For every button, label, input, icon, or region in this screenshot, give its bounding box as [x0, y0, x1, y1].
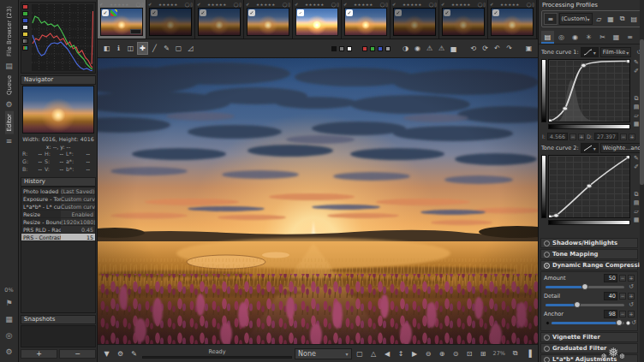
output-minus-button[interactable]: −: [620, 134, 627, 140]
queue-icon[interactable]: ⚙: [5, 100, 12, 109]
anchor-plus-button[interactable]: +: [628, 311, 635, 317]
navigator-thumbnail[interactable]: [22, 86, 94, 134]
copy-profile-icon[interactable]: ⧉: [617, 14, 628, 25]
edit-profile-icon[interactable]: ✐: [197, 2, 200, 7]
zoom-out-icon[interactable]: ⊖: [423, 347, 434, 360]
filmstrip-thumbnail[interactable]: ✐★★★★★◯▯ ✓: [195, 0, 244, 39]
tone-curve-2-editor[interactable]: ✎ ✐ ⧉ ▤ ▱ ▦: [541, 155, 641, 227]
channel-red-swatch[interactable]: [362, 46, 367, 51]
filmstrip-thumbnail[interactable]: ✐★★★★★◯▯ ✓: [488, 0, 537, 39]
output-value-field[interactable]: 27.397: [594, 133, 618, 140]
detail-value-field[interactable]: 40: [604, 292, 617, 300]
preferences-gear-icon[interactable]: ⚙: [5, 347, 12, 356]
snapshots-list[interactable]: [21, 325, 96, 347]
curve-mode-2-select[interactable]: Weighte...andard▾: [600, 143, 644, 153]
power-icon[interactable]: [544, 263, 550, 269]
color-label-icon[interactable]: ◯: [429, 2, 434, 7]
anchor-slider[interactable]: ↺: [552, 319, 624, 327]
reset-amount-icon[interactable]: ↺: [629, 283, 634, 290]
before-after-icon[interactable]: ◫: [125, 42, 136, 55]
history-row[interactable]: Photo loaded(Last Saved): [21, 187, 95, 195]
color-label-icon[interactable]: ◯: [527, 2, 532, 7]
tab-exposure-icon[interactable]: ▤: [541, 31, 554, 44]
power-icon[interactable]: [544, 357, 550, 362]
undo-icon[interactable]: ⟲: [468, 42, 479, 55]
histogram-luma-toggle[interactable]: [22, 25, 28, 30]
bg-color-black-swatch[interactable]: [331, 46, 337, 51]
history-row[interactable]: L*a*b* - L* curveCustom curve: [21, 203, 95, 211]
stamp-icon[interactable]: ▣: [523, 42, 534, 55]
color-label-icon[interactable]: ◯: [478, 2, 483, 7]
rating-stars[interactable]: ★★★★★: [348, 3, 379, 7]
straighten-tool-icon[interactable]: ╱: [149, 42, 160, 55]
edit-profile-icon[interactable]: ✐: [343, 2, 347, 7]
filmstrip-thumbnail-selected[interactable]: ✐★★★★★◯▯ ✓: [98, 0, 146, 39]
previous-image-icon[interactable]: ◀: [382, 347, 393, 360]
filmstrip-thumbnail[interactable]: ✐★★★★★◯▯ ✓: [342, 0, 391, 39]
detail-slider[interactable]: ↺: [546, 301, 624, 309]
soft-proofing-icon[interactable]: ▢: [355, 347, 366, 360]
image-navigation-icon[interactable]: ↕: [396, 347, 407, 360]
tab-detail-icon[interactable]: ◎: [555, 31, 568, 44]
paste-profile-icon[interactable]: ▤: [629, 14, 639, 25]
histogram-bar-toggle[interactable]: [22, 45, 28, 50]
power-icon[interactable]: [544, 252, 550, 258]
flag-icon[interactable]: ⚑: [5, 299, 12, 307]
trash-icon[interactable]: ▯: [288, 2, 290, 7]
histogram-red-toggle[interactable]: [22, 4, 28, 9]
channel-green-swatch[interactable]: [370, 46, 375, 51]
save-curve-icon[interactable]: ▦: [634, 121, 640, 129]
gamut-check-icon[interactable]: ◉: [412, 42, 423, 55]
history-row[interactable]: ResizeEnabled: [21, 211, 95, 218]
tab-advanced-icon[interactable]: ✳: [582, 31, 595, 44]
trash-icon[interactable]: ▯: [434, 2, 437, 7]
detail-plus-button[interactable]: +: [628, 293, 635, 300]
amount-value-field[interactable]: 50: [604, 274, 617, 282]
save-profile-icon[interactable]: ▦: [605, 14, 616, 25]
load-profile-icon[interactable]: ▱: [594, 14, 605, 25]
monitor-profile-select[interactable]: None▾: [295, 348, 352, 359]
redo-icon[interactable]: ⟳: [480, 42, 491, 55]
filmstrip-thumbnail[interactable]: ✐★★★★★◯▯ ✓: [293, 0, 342, 39]
rating-stars[interactable]: ★★★★★: [104, 3, 134, 7]
trash-icon[interactable]: ▯: [483, 2, 486, 7]
curve-type-2-select[interactable]: ▾: [581, 143, 599, 153]
tab-raw-icon[interactable]: ▦: [610, 31, 623, 44]
rotate-left-icon[interactable]: ↶: [492, 42, 503, 55]
history-row[interactable]: PRS RLD - Radius0.45: [21, 226, 95, 234]
profile-select[interactable]: (Custom)▾: [559, 13, 593, 25]
color-label-icon[interactable]: ◯: [234, 2, 239, 7]
rotate-right-icon[interactable]: ↷: [504, 42, 515, 55]
output-plus-button[interactable]: +: [629, 134, 635, 140]
paste-curve-icon[interactable]: ▤: [634, 199, 640, 208]
delete-snapshot-button[interactable]: −: [59, 349, 96, 359]
profile-list-icon[interactable]: ≡: [544, 13, 558, 25]
tab-transform-icon[interactable]: ✂: [596, 31, 609, 44]
load-curve-icon[interactable]: ▱: [634, 112, 638, 121]
edit-curve-pen-icon[interactable]: ✐: [634, 163, 639, 172]
section-dynamic-range-compression[interactable]: Dynamic Range Compression: [540, 260, 638, 270]
rating-stars[interactable]: ★★★★★: [494, 3, 525, 7]
load-curve-icon[interactable]: ▱: [634, 208, 638, 217]
paste-curve-icon[interactable]: ▤: [634, 104, 640, 112]
dock-panel-icon[interactable]: ▐: [523, 347, 534, 360]
section-shadows-highlights[interactable]: Shadows/Highlights: [540, 238, 638, 248]
edit-profile-icon[interactable]: ✐: [295, 2, 298, 7]
color-label-icon[interactable]: ◯: [136, 2, 141, 7]
section-vignette-filter[interactable]: Vignette Filter: [540, 332, 638, 342]
input-value-field[interactable]: 4.566: [547, 133, 568, 140]
histogram-overlay-icon[interactable]: ▅: [448, 42, 459, 55]
amount-minus-button[interactable]: −: [619, 275, 626, 282]
channel-luma-swatch[interactable]: [385, 46, 391, 51]
edit-current-icon[interactable]: ✎: [128, 347, 140, 360]
amount-plus-button[interactable]: +: [628, 275, 635, 282]
power-icon[interactable]: [544, 346, 550, 352]
curve-type-1-select[interactable]: ▾: [581, 47, 599, 57]
crop-tool-icon[interactable]: ▢: [173, 42, 184, 55]
color-label-icon[interactable]: ◯: [380, 2, 385, 7]
edit-curve-pen-icon[interactable]: ✐: [634, 68, 639, 76]
send-to-editor-icon[interactable]: ⚙: [115, 347, 126, 360]
target-icon[interactable]: ◎: [6, 331, 13, 340]
grid-icon[interactable]: ▦: [5, 315, 13, 323]
tab-editor[interactable]: Editor: [5, 111, 14, 134]
